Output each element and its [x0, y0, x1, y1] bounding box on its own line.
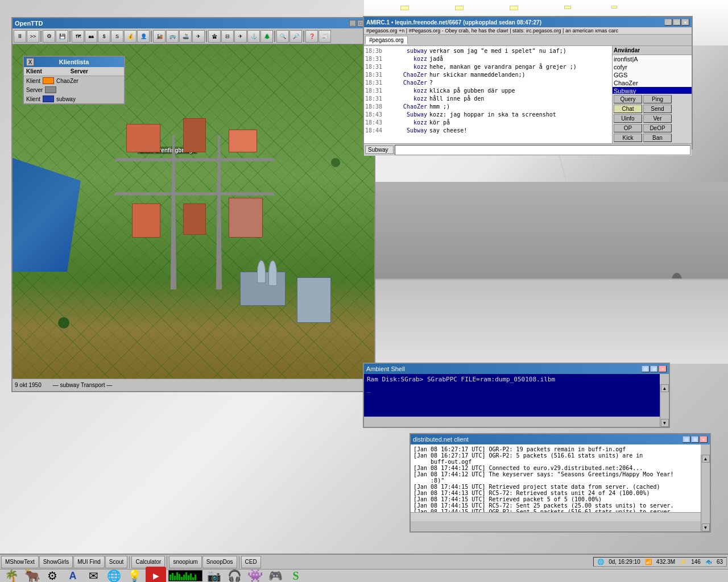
shell-title-text: Ambient Shell: [366, 365, 405, 372]
scroll-up-btn[interactable]: ▲: [661, 384, 669, 392]
shell-content[interactable]: Ram Disk:SGrab> SGrabPPC FILE=ram:dump_0…: [364, 374, 660, 417]
toolbar-help-btn[interactable]: ❓: [305, 30, 318, 43]
dnet-log-content[interactable]: [Jan 08 16:27:17 UTC] OGR-P2: 19 packets…: [411, 444, 701, 512]
client-color-1: [43, 77, 54, 84]
shell-titlebar: Ambient Shell ⊟ ⊞ ×: [364, 364, 669, 374]
irc-user-1[interactable]: ironfist|A: [613, 55, 692, 63]
dnet-line-4: [Jan 08 17:44:12 UTC] Connected to euro.…: [413, 465, 698, 471]
dnet-content-wrapper: [Jan 08 16:27:17 UTC] OGR-P2: 19 packets…: [411, 444, 710, 531]
dock-icon-headphones[interactable]: 🎧: [225, 567, 243, 582]
dock-icon-light[interactable]: 💡: [125, 567, 143, 582]
toolbar-news-btn[interactable]: 📰: [318, 30, 331, 43]
dock-icon-a[interactable]: A: [64, 567, 82, 582]
client-name-1: ChaoZer: [56, 78, 78, 84]
toolbar-subsidies-btn[interactable]: $: [98, 30, 110, 43]
irc-user-5-subway[interactable]: Subway: [613, 87, 692, 94]
irc-msg-7: 18:31 kozz håll inne på den: [365, 95, 611, 103]
irc-userlist[interactable]: ironfist|A cofyr GGS ChaoZer Subway Blac…: [613, 55, 692, 94]
dock-icon-mail[interactable]: ✉: [84, 567, 102, 582]
irc-chat-btn[interactable]: Chat: [614, 105, 642, 113]
toolbar-station-btn[interactable]: S: [111, 30, 123, 43]
msg-nick-2: kozz: [387, 55, 427, 63]
toolbar-build-dock-btn[interactable]: ⚓: [247, 30, 260, 43]
toolbar-pause-btn[interactable]: ⏸: [14, 30, 26, 43]
toolbar-map-btn[interactable]: 🗺: [72, 30, 84, 43]
irc-message-input[interactable]: [395, 145, 690, 155]
toolbar-zoom-in-btn[interactable]: 🔍: [276, 30, 289, 43]
irc-window: AMIRC.1 • lequin.freenode.net/6667 (uppk…: [363, 16, 693, 149]
toolbar-plane-btn[interactable]: ✈: [192, 30, 205, 43]
shell-command-text: Ram Disk:SGrab> SGrabPPC FILE=ram:dump_0…: [367, 376, 555, 383]
irc-kick-btn[interactable]: Kick: [614, 134, 642, 142]
irc-op-btn[interactable]: OP: [614, 124, 642, 132]
dock-icon-camera[interactable]: 📷: [205, 567, 223, 582]
dock-icon-gamepad[interactable]: 🎮: [266, 567, 284, 582]
clientlist-close-btn[interactable]: X: [26, 58, 34, 66]
scroll-down-btn[interactable]: ▼: [661, 419, 669, 427]
openttd-minimize-btn[interactable]: _: [349, 20, 356, 27]
dock-icon-s[interactable]: S: [287, 567, 305, 582]
toolbar-train-btn[interactable]: 🚂: [153, 30, 166, 43]
taskbar-snoopium-btn[interactable]: snoopium: [169, 556, 201, 568]
irc-user-2[interactable]: cofyr: [613, 63, 692, 71]
irc-send-btn[interactable]: Send: [643, 105, 672, 113]
toolbar-landscape-btn[interactable]: 🌲: [260, 30, 273, 43]
dnet-scrollbar[interactable]: ▲ ▼: [701, 455, 710, 531]
dnet-scroll-down-btn[interactable]: ▼: [702, 523, 710, 531]
toolbar-company-btn[interactable]: 👤: [137, 30, 150, 43]
dnet-scroll-up-btn[interactable]: ▲: [702, 455, 710, 463]
toolbar-town-btn[interactable]: 🏘: [85, 30, 97, 43]
irc-toolbar: #pegasos.org: [364, 35, 692, 46]
irc-ban-btn[interactable]: Ban: [643, 134, 672, 142]
msg-nick-8: ChaoZer: [387, 103, 427, 111]
toolbar-zoom-out-btn[interactable]: 🔎: [289, 30, 302, 43]
dock-icon-globe[interactable]: 🌐: [105, 567, 123, 582]
dnet-close-btn[interactable]: ×: [700, 436, 708, 443]
msg-nick-9: Subway: [387, 111, 427, 119]
viz-bar-11: [192, 577, 194, 580]
msg-time-9: 18:43: [365, 111, 385, 119]
client-color-2: [45, 86, 56, 93]
dock-icon-game[interactable]: 👾: [246, 567, 264, 582]
toolbar-build-road-btn[interactable]: 🛣: [208, 30, 221, 43]
dnet-iconify-btn[interactable]: ⊟: [682, 436, 690, 443]
dock-icon-palm[interactable]: 🌴: [2, 567, 20, 582]
irc-uinfo-btn[interactable]: Uinfo: [614, 114, 642, 123]
toolbar-build-rail-btn[interactable]: ⊟: [221, 30, 234, 43]
toolbar-ship-btn[interactable]: 🚢: [179, 30, 192, 43]
openttd-toolbar: ⏸ >> ⚙ 💾 🗺 🏘 $ S 💰 👤 🚂 🚌 🚢 ✈ 🛣 ⊟ ✈ ⚓ 🌲 🔍…: [13, 28, 374, 44]
irc-close-btn[interactable]: ×: [681, 19, 689, 26]
msg-time-4: 18:31: [365, 71, 385, 79]
irc-query-btn[interactable]: Query: [614, 95, 642, 103]
irc-channel-tab-pegasos[interactable]: #pegasos.org: [365, 36, 408, 44]
toolbar-options-btn[interactable]: ⚙: [43, 30, 55, 43]
toolbar-sep-6: [303, 31, 304, 42]
dock-icon-gear[interactable]: ⚙: [43, 567, 61, 582]
irc-user-3[interactable]: GGS: [613, 71, 692, 79]
map-tree-1: [58, 317, 69, 329]
msg-nick-6: kozz: [387, 87, 427, 95]
toolbar-sep-4: [206, 31, 207, 42]
shell-scrollbar[interactable]: ▲ ▼: [660, 384, 669, 427]
irc-minimize-btn[interactable]: _: [664, 19, 672, 26]
irc-deop-btn[interactable]: DeOP: [643, 124, 672, 132]
irc-messages-area[interactable]: 18:3b subway verkar som jag "e med i spe…: [364, 46, 612, 143]
shell-close-btn[interactable]: ×: [659, 365, 667, 372]
dnet-zoom-btn[interactable]: ⊞: [691, 436, 699, 443]
msg-text-9: kozz: jag hoppar in ska ta screenshot: [429, 111, 611, 119]
shell-zoom-btn[interactable]: ⊞: [650, 365, 658, 372]
shell-iconify-btn[interactable]: ⊟: [642, 365, 650, 372]
network-icon: 🌐: [597, 559, 604, 565]
dock-icon-ox[interactable]: 🐂: [23, 567, 41, 582]
irc-ver-btn[interactable]: Ver: [643, 114, 672, 123]
irc-maximize-btn[interactable]: □: [673, 19, 681, 26]
toolbar-finance-btn[interactable]: 💰: [124, 30, 136, 43]
irc-ping-btn[interactable]: Ping: [643, 95, 672, 103]
toolbar-fastforward-btn[interactable]: >>: [27, 30, 39, 43]
map-tree-2: [331, 158, 340, 167]
irc-user-4[interactable]: ChaoZer: [613, 79, 692, 87]
dock-icon-player[interactable]: ▶: [146, 567, 166, 582]
toolbar-road-btn[interactable]: 🚌: [166, 30, 179, 43]
toolbar-build-airport-btn[interactable]: ✈: [234, 30, 247, 43]
toolbar-save-btn[interactable]: 💾: [56, 30, 68, 43]
